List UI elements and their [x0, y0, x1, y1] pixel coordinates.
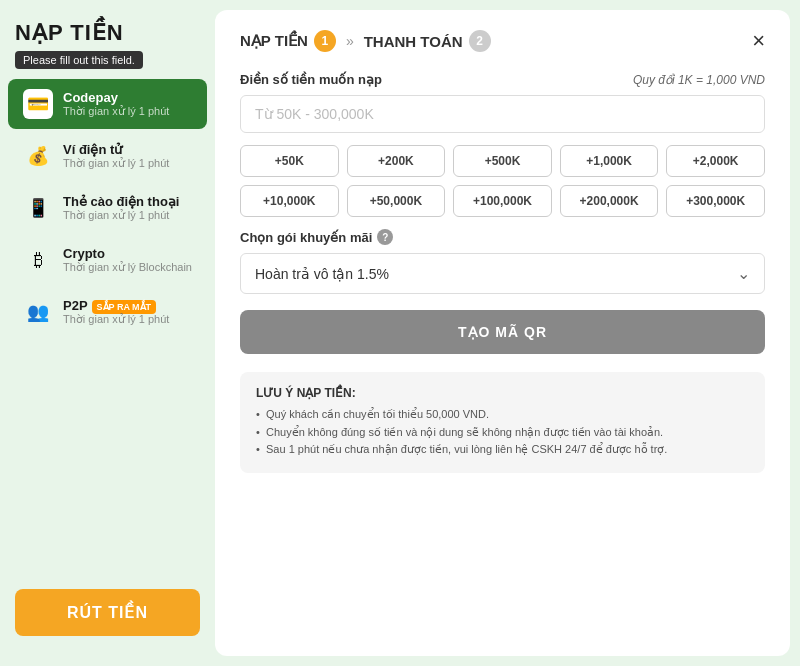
- the-cao-text: Thẻ cào điện thoạiThời gian xử lý 1 phút: [63, 194, 179, 222]
- sidebar-title: NẠP TIỀN: [0, 10, 215, 51]
- step-2: THANH TOÁN 2: [364, 30, 491, 52]
- sidebar-item-p2p[interactable]: 👥P2PSẮP RA MẮTThời gian xử lý 1 phút: [8, 287, 207, 337]
- amount-input[interactable]: [240, 95, 765, 133]
- step2-num: 2: [469, 30, 491, 52]
- sidebar-bottom: RÚT TIỀN: [0, 574, 215, 656]
- sidebar-item-vi-dien-tu[interactable]: 💰Ví điện tửThời gian xử lý 1 phút: [8, 131, 207, 181]
- sidebar-item-codepay[interactable]: 💳CodepayThời gian xử lý 1 phút: [8, 79, 207, 129]
- step1-label: NẠP TIỀN: [240, 32, 308, 50]
- quick-btn-500K[interactable]: +500K: [453, 145, 552, 177]
- p2p-icon: 👥: [23, 297, 53, 327]
- quick-btn-200K[interactable]: +200K: [347, 145, 446, 177]
- vi-dien-tu-icon: 💰: [23, 141, 53, 171]
- codepay-sub: Thời gian xử lý 1 phút: [63, 105, 169, 118]
- panel-header: NẠP TIỀN 1 » THANH TOÁN 2 ×: [240, 30, 765, 52]
- p2p-text: P2PSẮP RA MẮTThời gian xử lý 1 phút: [63, 298, 169, 326]
- notice-box: LƯU Ý NẠP TIỀN: Quý khách cần chuyển tối…: [240, 372, 765, 473]
- chevron-down-icon: ⌄: [737, 264, 750, 283]
- promo-section: Chọn gói khuyến mãi ? Hoàn trả vô tận 1.…: [240, 229, 765, 294]
- step1-num: 1: [314, 30, 336, 52]
- steps: NẠP TIỀN 1 » THANH TOÁN 2: [240, 30, 491, 52]
- crypto-icon: ₿: [23, 245, 53, 275]
- the-cao-icon: 📱: [23, 193, 53, 223]
- promo-value: Hoàn trả vô tận 1.5%: [255, 266, 389, 282]
- vi-dien-tu-text: Ví điện tửThời gian xử lý 1 phút: [63, 142, 169, 170]
- quick-btn-100000K[interactable]: +100,000K: [453, 185, 552, 217]
- sidebar: NẠP TIỀN Please fill out this field. 💳Co…: [0, 0, 215, 666]
- rut-tien-button[interactable]: RÚT TIỀN: [15, 589, 200, 636]
- promo-dropdown[interactable]: Hoàn trả vô tận 1.5% ⌄: [240, 253, 765, 294]
- help-icon[interactable]: ?: [377, 229, 393, 245]
- notice-list: Quý khách cần chuyển tối thiểu 50,000 VN…: [256, 406, 749, 459]
- crypto-sub: Thời gian xử lý Blockchain: [63, 261, 192, 274]
- step2-label: THANH TOÁN: [364, 33, 463, 50]
- step-1: NẠP TIỀN 1: [240, 30, 336, 52]
- tooltip-box: Please fill out this field.: [15, 51, 143, 69]
- sidebar-item-the-cao[interactable]: 📱Thẻ cào điện thoạiThời gian xử lý 1 phú…: [8, 183, 207, 233]
- sidebar-item-crypto[interactable]: ₿CryptoThời gian xử lý Blockchain: [8, 235, 207, 285]
- step-arrow: »: [346, 33, 354, 49]
- p2p-badge: SẮP RA MẮT: [92, 300, 157, 314]
- amount-section-header: Điền số tiền muốn nạp Quy đổi 1K = 1,000…: [240, 72, 765, 87]
- quick-btn-200000K[interactable]: +200,000K: [560, 185, 659, 217]
- the-cao-name: Thẻ cào điện thoại: [63, 194, 179, 209]
- crypto-text: CryptoThời gian xử lý Blockchain: [63, 246, 192, 274]
- the-cao-sub: Thời gian xử lý 1 phút: [63, 209, 179, 222]
- main-panel: NẠP TIỀN 1 » THANH TOÁN 2 × Điền số tiền…: [215, 10, 790, 656]
- quick-btn-10000K[interactable]: +10,000K: [240, 185, 339, 217]
- notice-item-1: Quý khách cần chuyển tối thiểu 50,000 VN…: [256, 406, 749, 424]
- quick-btn-1000K[interactable]: +1,000K: [560, 145, 659, 177]
- quick-btn-300000K[interactable]: +300,000K: [666, 185, 765, 217]
- promo-label: Chọn gói khuyến mãi ?: [240, 229, 765, 245]
- quick-btn-50000K[interactable]: +50,000K: [347, 185, 446, 217]
- quick-btn-50K[interactable]: +50K: [240, 145, 339, 177]
- app-container: NẠP TIỀN Please fill out this field. 💳Co…: [0, 0, 800, 666]
- codepay-icon: 💳: [23, 89, 53, 119]
- notice-title: LƯU Ý NẠP TIỀN:: [256, 386, 749, 400]
- notice-item-3: Sau 1 phút nếu chưa nhận được tiền, vui …: [256, 441, 749, 459]
- codepay-name: Codepay: [63, 90, 169, 105]
- sidebar-items: 💳CodepayThời gian xử lý 1 phút💰Ví điện t…: [0, 77, 215, 339]
- codepay-text: CodepayThời gian xử lý 1 phút: [63, 90, 169, 118]
- p2p-name: P2PSẮP RA MẮT: [63, 298, 169, 313]
- quick-btn-2000K[interactable]: +2,000K: [666, 145, 765, 177]
- vi-dien-tu-sub: Thời gian xử lý 1 phút: [63, 157, 169, 170]
- vi-dien-tu-name: Ví điện tử: [63, 142, 169, 157]
- quick-amounts-row1: +50K+200K+500K+1,000K+2,000K: [240, 145, 765, 177]
- p2p-sub: Thời gian xử lý 1 phút: [63, 313, 169, 326]
- close-button[interactable]: ×: [752, 30, 765, 52]
- crypto-name: Crypto: [63, 246, 192, 261]
- amount-label: Điền số tiền muốn nạp: [240, 72, 382, 87]
- quick-amounts-row2: +10,000K+50,000K+100,000K+200,000K+300,0…: [240, 185, 765, 217]
- create-qr-button[interactable]: TẠO MÃ QR: [240, 310, 765, 354]
- exchange-rate: Quy đổi 1K = 1,000 VND: [633, 73, 765, 87]
- notice-item-2: Chuyển không đúng số tiền và nội dung sẽ…: [256, 424, 749, 442]
